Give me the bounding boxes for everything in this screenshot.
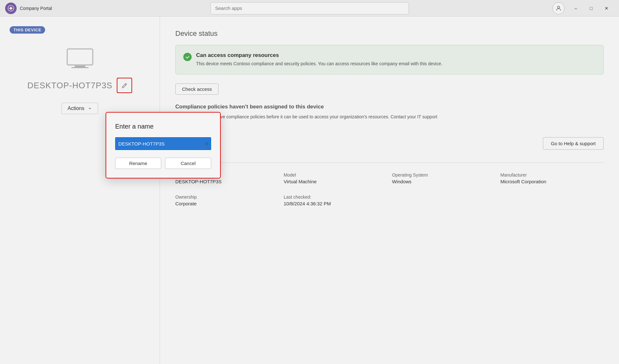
modal-actions: Rename Cancel [115, 158, 211, 169]
modal-overlay: Enter a name ✕ Rename Cancel [0, 0, 619, 364]
modal-input-wrap: ✕ [115, 137, 211, 150]
device-name-input[interactable] [115, 137, 211, 150]
clear-input-button[interactable]: ✕ [204, 141, 209, 147]
cancel-button[interactable]: Cancel [165, 158, 211, 169]
rename-modal: Enter a name ✕ Rename Cancel [106, 112, 221, 178]
modal-title: Enter a name [115, 123, 211, 130]
rename-confirm-button[interactable]: Rename [115, 158, 161, 169]
